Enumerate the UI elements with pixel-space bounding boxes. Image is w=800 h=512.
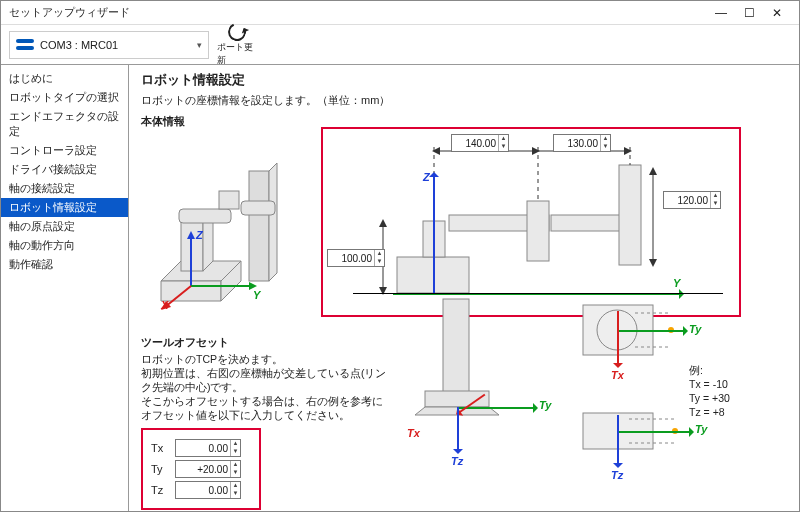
tz-label: Tz xyxy=(151,484,169,496)
sidebar-step-axis-direction[interactable]: 軸の動作方向 xyxy=(1,236,128,255)
tx-input[interactable]: 0.00 ▲▼ xyxy=(175,439,241,457)
svg-rect-7 xyxy=(249,171,269,281)
z-axis-indicator xyxy=(433,173,435,293)
ty-axis-label-front: Ty xyxy=(695,423,707,435)
svg-rect-22 xyxy=(527,201,549,261)
svg-rect-9 xyxy=(241,201,275,215)
link1-length-input[interactable]: 140.00 ▲▼ xyxy=(451,134,509,152)
chevron-down-icon: ▾ xyxy=(197,40,202,50)
window-title: セットアップウィザード xyxy=(9,5,707,20)
sidebar-step-axis-origin[interactable]: 軸の原点設定 xyxy=(1,217,128,236)
sidebar-step-intro[interactable]: はじめに xyxy=(1,69,128,88)
tool-offset-inputs: Tx 0.00 ▲▼ Ty +20.00 ▲▼ Tz 0. xyxy=(141,428,261,510)
port-refresh-button[interactable]: ポート更新 xyxy=(217,23,257,67)
base-height-input[interactable]: 100.00 ▲▼ xyxy=(327,249,385,267)
svg-marker-29 xyxy=(649,167,657,175)
offset-example-text: 例: Tx = -10 Ty = +30 Tz = +8 xyxy=(689,363,730,419)
spinner-icon[interactable]: ▲▼ xyxy=(710,192,720,208)
tx-arrow-top xyxy=(617,311,619,367)
port-refresh-label: ポート更新 xyxy=(217,41,257,67)
toolbar: COM3 : MRC01 ▾ ポート更新 xyxy=(1,25,799,65)
sidebar-step-robot-info[interactable]: ロボット情報設定 xyxy=(1,198,128,217)
svg-rect-5 xyxy=(179,209,231,223)
sidebar-step-end-effector[interactable]: エンドエフェクタの設定 xyxy=(1,107,128,141)
main-panel: ロボット情報設定 ロボットの座標情報を設定します。（単位：mm） 本体情報 xyxy=(129,65,799,511)
ty-arrow-front xyxy=(617,431,693,433)
tool-side-view-icon xyxy=(379,295,549,465)
tz-input[interactable]: 0.00 ▲▼ xyxy=(175,481,241,499)
svg-marker-35 xyxy=(432,147,440,155)
body-dimensions-panel: 140.00 ▲▼ 130.00 ▲▼ 120.00 ▲▼ 100.00 ▲▼ … xyxy=(321,127,741,317)
sidebar-step-controller[interactable]: コントローラ設定 xyxy=(1,141,128,160)
z-axis-label: Z xyxy=(423,171,430,183)
svg-rect-24 xyxy=(619,165,641,265)
window-minimize-button[interactable]: — xyxy=(707,6,735,20)
tool-top-view-icon xyxy=(579,295,699,375)
sidebar-step-driver[interactable]: ドライバ接続設定 xyxy=(1,160,128,179)
wizard-sidebar: はじめに ロボットタイプの選択 エンドエフェクタの設定 コントローラ設定 ドライ… xyxy=(1,65,129,511)
svg-marker-30 xyxy=(649,259,657,267)
link2-height-input[interactable]: 120.00 ▲▼ xyxy=(663,191,721,209)
ty-arrow-top xyxy=(617,330,687,332)
ty-input[interactable]: +20.00 ▲▼ xyxy=(175,460,241,478)
tz-arrow-front xyxy=(617,415,619,467)
ty-arrow xyxy=(457,407,537,409)
connector-icon xyxy=(16,38,34,52)
svg-rect-6 xyxy=(219,191,239,209)
svg-marker-38 xyxy=(624,147,632,155)
y-axis-label: Y xyxy=(673,277,680,289)
link2-length-input[interactable]: 130.00 ▲▼ xyxy=(553,134,611,152)
window-maximize-button[interactable]: ☐ xyxy=(735,6,763,20)
svg-text:Y: Y xyxy=(253,289,262,301)
svg-text:Z: Z xyxy=(195,229,204,241)
window-titlebar: セットアップウィザード — ☐ ✕ xyxy=(1,1,799,25)
ty-axis-label-top: Ty xyxy=(689,323,701,335)
sidebar-step-axis-connect[interactable]: 軸の接続設定 xyxy=(1,179,128,198)
sidebar-step-motion-check[interactable]: 動作確認 xyxy=(1,255,128,274)
com-port-label: COM3 : MRC01 xyxy=(40,39,118,51)
svg-text:X: X xyxy=(160,299,169,311)
spinner-icon[interactable]: ▲▼ xyxy=(600,135,610,151)
tool-offset-diagrams: Ty Tx Tz Ty Tx xyxy=(379,295,759,495)
window-close-button[interactable]: ✕ xyxy=(763,6,791,20)
com-port-dropdown[interactable]: COM3 : MRC01 ▾ xyxy=(9,31,209,59)
tx-axis-label: Tx xyxy=(407,427,420,439)
spinner-icon[interactable]: ▲▼ xyxy=(230,461,240,477)
tx-axis-label-top: Tx xyxy=(611,369,624,381)
tool-front-view-icon xyxy=(579,405,699,485)
page-heading: ロボット情報設定 xyxy=(141,71,787,89)
tool-offset-description: ロボットのTCPを決めます。 初期位置は、右図の座標軸が交差している点(リンク先… xyxy=(141,352,391,422)
sidebar-step-robot-type[interactable]: ロボットタイプの選択 xyxy=(1,88,128,107)
spinner-icon[interactable]: ▲▼ xyxy=(230,440,240,456)
robot-3d-illustration: Z Y X xyxy=(141,131,311,311)
svg-marker-8 xyxy=(269,163,277,281)
tz-axis-label-front: Tz xyxy=(611,469,623,481)
ty-axis-label: Ty xyxy=(539,399,551,411)
spinner-icon[interactable]: ▲▼ xyxy=(498,135,508,151)
svg-marker-32 xyxy=(379,219,387,227)
spinner-icon[interactable]: ▲▼ xyxy=(230,482,240,498)
svg-rect-39 xyxy=(443,299,469,395)
tz-axis-label: Tz xyxy=(451,455,463,467)
ty-label: Ty xyxy=(151,463,169,475)
ground-line xyxy=(353,293,723,294)
tx-label: Tx xyxy=(151,442,169,454)
spinner-icon[interactable]: ▲▼ xyxy=(374,250,384,266)
page-description: ロボットの座標情報を設定します。（単位：mm） xyxy=(141,93,787,108)
tz-arrow xyxy=(457,407,459,453)
